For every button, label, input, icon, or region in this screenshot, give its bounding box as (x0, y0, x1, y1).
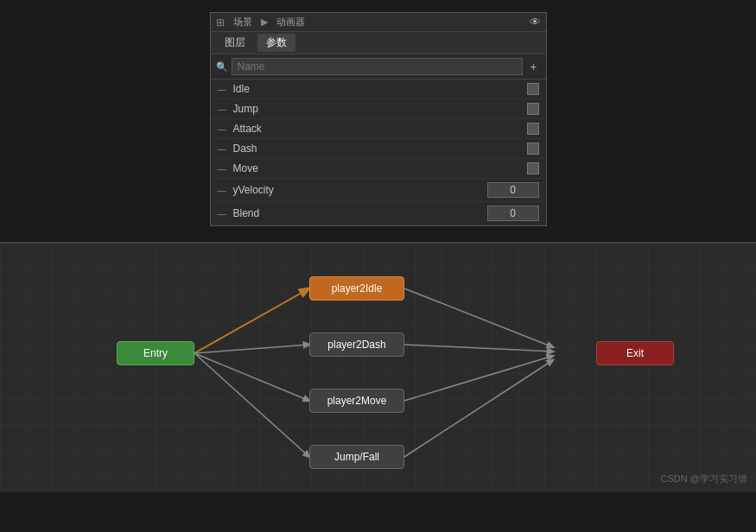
param-checkbox-move[interactable] (527, 162, 539, 174)
add-param-button[interactable]: + (526, 60, 540, 73)
svg-line-7 (404, 360, 553, 457)
animator-parameters-panel: ⊞ 场景 ▶ 动画器 👁 图层 参数 🔍 + — Idle — Jump — A… (210, 12, 547, 226)
svg-line-4 (404, 288, 553, 347)
param-name-move: Move (233, 162, 522, 174)
param-value-yvelocity[interactable] (487, 182, 539, 198)
param-row-dash: — Dash (211, 139, 546, 159)
animator-tab[interactable]: 动画器 (276, 16, 305, 28)
panel-window-tabs: ⊞ 场景 ▶ 动画器 👁 (211, 13, 546, 32)
node-player2idle[interactable]: player2Idle (309, 276, 404, 301)
param-minus-move: — (218, 164, 228, 174)
param-name-blend: Blend (233, 207, 482, 219)
svg-line-6 (404, 356, 553, 401)
scene-tab[interactable]: 场景 (233, 16, 252, 28)
param-row-blend: — Blend (211, 202, 546, 225)
params-tab[interactable]: 参数 (257, 34, 295, 52)
svg-line-5 (404, 345, 553, 352)
param-name-dash: Dash (233, 142, 522, 155)
param-minus-yvelocity: — (218, 186, 228, 195)
param-checkbox-idle[interactable] (527, 83, 539, 95)
search-input[interactable] (232, 58, 524, 75)
search-icon: 🔍 (216, 61, 228, 73)
node-exit[interactable]: Exit (596, 341, 674, 365)
visibility-icon[interactable]: 👁 (530, 16, 541, 28)
param-name-attack: Attack (233, 123, 522, 135)
grid-icon: ⊞ (216, 16, 225, 28)
param-value-blend[interactable] (487, 206, 539, 221)
animator-graph-panel: Entry Exit player2Idle player2Dash playe… (0, 242, 756, 492)
param-minus-dash: — (218, 144, 228, 154)
param-row-idle: — Idle (211, 79, 546, 99)
param-minus-blend: — (218, 209, 228, 218)
param-checkbox-jump[interactable] (527, 103, 539, 115)
param-minus-jump: — (218, 104, 228, 114)
param-name-yvelocity: yVelocity (233, 184, 482, 196)
node-player2move[interactable]: player2Move (309, 389, 404, 413)
svg-line-3 (194, 353, 309, 457)
param-name-jump: Jump (233, 103, 522, 115)
layers-tab[interactable]: 图层 (216, 34, 254, 52)
node-player2dash[interactable]: player2Dash (309, 332, 404, 357)
svg-line-2 (194, 353, 309, 401)
param-list: — Idle — Jump — Attack — Dash — Move — y… (211, 79, 546, 225)
param-minus-attack: — (218, 124, 228, 134)
param-row-attack: — Attack (211, 119, 546, 139)
param-name-idle: Idle (233, 83, 522, 95)
param-minus-idle: — (218, 85, 228, 94)
layer-params-tabs: 图层 参数 (211, 32, 546, 54)
search-row: 🔍 + (211, 54, 546, 79)
svg-line-1 (194, 345, 309, 353)
param-checkbox-dash[interactable] (527, 142, 539, 155)
svg-line-0 (194, 288, 309, 353)
param-checkbox-attack[interactable] (527, 123, 539, 135)
arrow-icon: ▶ (261, 16, 268, 28)
node-jumpfall[interactable]: Jump/Fall (309, 445, 404, 469)
watermark: CSDN @学习实习借 (661, 472, 747, 485)
param-row-jump: — Jump (211, 99, 546, 119)
param-row-move: — Move (211, 159, 546, 179)
node-entry[interactable]: Entry (117, 341, 194, 365)
param-row-yvelocity: — yVelocity (211, 179, 546, 202)
